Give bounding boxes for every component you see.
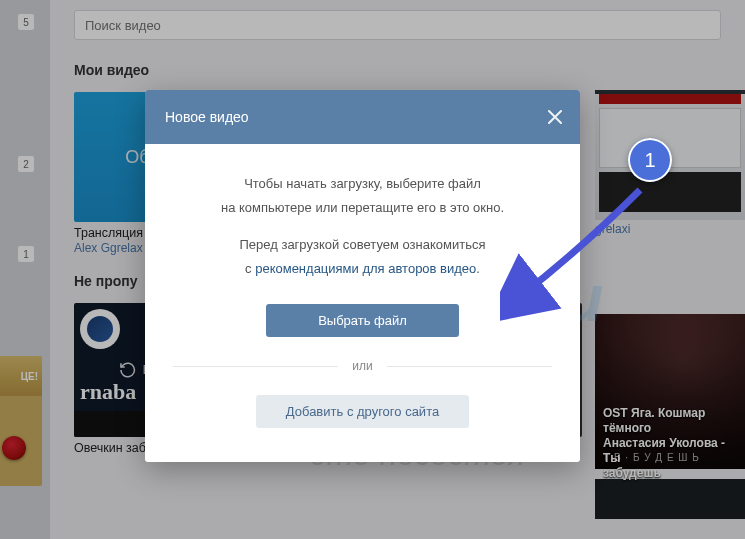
sticker-label: ЦЕ!	[0, 356, 42, 396]
section-my-videos: Мои видео	[74, 62, 721, 78]
close-icon	[548, 110, 562, 124]
rail-badge-2[interactable]: 2	[18, 156, 34, 172]
upload-modal: Новое видео Чтобы начать загрузку, выбер…	[145, 90, 580, 462]
ost-title: OST Яга. Кошмар тёмного Анастасия Уколов…	[603, 406, 737, 481]
author-recommendations-link[interactable]: рекомендациями для авторов видео	[255, 261, 476, 276]
left-rail: 5 2 1 ЦЕ!	[0, 0, 50, 539]
video-thumb-extra[interactable]	[595, 479, 745, 519]
modal-text-2: на компьютере или перетащите его в это о…	[173, 198, 552, 218]
annotation-marker-1: 1	[628, 138, 672, 182]
thumb-text-naba: rnaba	[80, 379, 136, 405]
add-from-other-site-button[interactable]: Добавить с другого сайта	[256, 395, 469, 428]
modal-title: Новое видео	[165, 109, 249, 125]
rail-badge-3[interactable]: 1	[18, 246, 34, 262]
ost-subtitle: Т В · Б У Д Е Ш Ь	[603, 452, 700, 463]
video-author[interactable]: grelaxi	[595, 222, 745, 236]
sticker-card[interactable]: ЦЕ!	[0, 356, 42, 486]
modal-text-1: Чтобы начать загрузку, выберите файл	[173, 174, 552, 194]
modal-body: Чтобы начать загрузку, выберите файл на …	[145, 144, 580, 462]
close-button[interactable]	[544, 106, 566, 128]
rail-badge-1[interactable]: 5	[18, 14, 34, 30]
video-thumb-ost[interactable]: OST Яга. Кошмар тёмного Анастасия Уколов…	[595, 314, 745, 469]
choose-file-button[interactable]: Выбрать файл	[266, 304, 459, 337]
modal-text-3: Перед загрузкой советуем ознакомиться	[173, 235, 552, 255]
replay-icon	[119, 361, 137, 379]
search-input[interactable]	[74, 10, 721, 40]
modal-text-4: с рекомендациями для авторов видео.	[173, 259, 552, 279]
team-logo-icon	[80, 309, 120, 349]
record-icon	[2, 436, 26, 460]
or-separator: или	[173, 357, 552, 375]
modal-header: Новое видео	[145, 90, 580, 144]
